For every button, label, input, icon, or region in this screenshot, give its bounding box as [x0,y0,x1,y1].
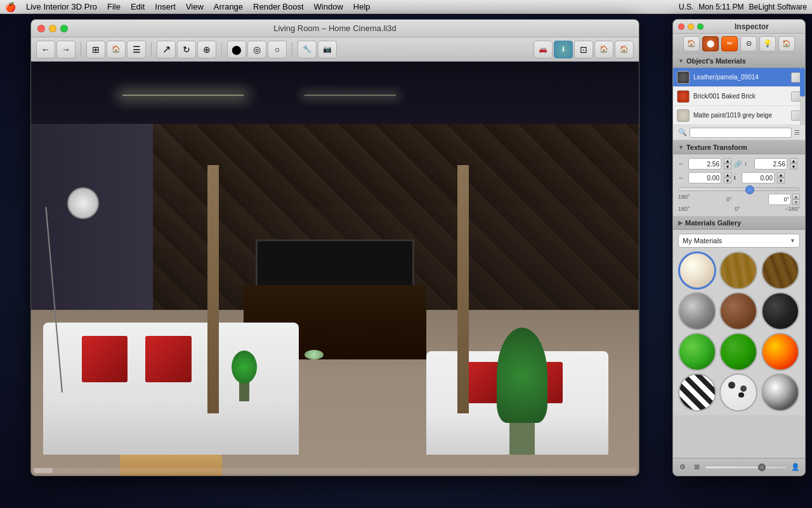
gallery-dropdown[interactable]: My Materials ▼ [678,234,800,248]
inspector-tab-settings[interactable]: ⊙ [740,36,757,51]
rotation-thumb[interactable] [745,185,754,194]
gallery-item-dark[interactable] [761,292,799,330]
gallery-item-spots[interactable] [719,373,757,411]
apple-menu[interactable]: 🍎 [5,2,16,12]
render-buttons: ⬤ ◎ ○ [227,41,287,58]
gallery-item-green-bright[interactable] [678,333,716,371]
main-toolbar: ← → ⊞ 🏠 ☰ ↗ ↻ ⊕ ⬤ ◎ ○ 🔧 📷 🚗 ℹ ⊡ [31,37,639,62]
height-down[interactable]: ▼ [790,164,797,170]
forward-button[interactable]: → [56,41,75,58]
close-button[interactable] [37,25,45,32]
menu-render[interactable]: Render Boost [253,2,304,11]
scene-canvas[interactable] [31,62,639,476]
gallery-item-brown[interactable] [719,292,757,330]
pan-button[interactable]: ⊕ [197,41,216,58]
height-stepper[interactable]: ▲ ▼ [790,158,797,170]
width-up[interactable]: ▲ [724,158,731,164]
inspector-tab-home[interactable]: 🏠 [683,36,700,51]
offset-y-stepper[interactable]: ▲ ▼ [777,172,785,184]
gallery-item-cream[interactable] [678,251,716,290]
print-button[interactable]: 🏠 [107,41,126,58]
rotation-stepper[interactable]: ▲ ▼ [792,194,800,205]
viewport-3d[interactable] [31,62,639,476]
gallery-item-fire[interactable] [761,333,799,371]
person-icon[interactable]: 👤 [790,462,801,473]
menu-arrange[interactable]: Arrange [214,2,243,11]
inspector-traffic-lights [678,23,704,30]
material-item-brick[interactable]: Brick/001 Baked Brick [673,87,805,106]
inspector-minimize[interactable] [688,23,694,30]
offset-x-input[interactable]: 0.00 [688,172,721,184]
render-ring-button[interactable]: ○ [268,41,287,58]
inspector-zoom[interactable] [697,23,704,30]
inspector-tab-light[interactable]: 💡 [759,36,776,51]
view-mode1[interactable]: ⊡ [574,41,593,58]
offset-y-input[interactable]: 0.00 [742,172,775,184]
view3-button[interactable]: ☰ [127,41,146,58]
settings-icon[interactable]: ⚙ [677,462,688,473]
material-item-leather[interactable]: Leather/pamela_09014 [673,68,805,87]
zoom-thumb [758,464,766,471]
width-stepper[interactable]: ▲ ▼ [724,158,731,170]
orbit-button[interactable]: ↻ [177,41,196,58]
inspector-close[interactable] [678,23,684,30]
menu-right: U.S. Mon 5:11 PM BeLight Software [679,3,807,11]
menu-window[interactable]: Window [314,2,343,11]
offset-x-up[interactable]: ▲ [724,172,731,178]
plant-left [232,351,257,401]
view-mode3[interactable]: 🏠 [615,41,634,58]
menu-view[interactable]: View [186,2,204,11]
gallery-item-wood-dark[interactable] [761,251,799,290]
height-icon: ↕ [744,161,752,167]
menu-insert[interactable]: Insert [155,2,176,11]
cushion-1 [82,336,128,382]
viewport-scrollbar[interactable] [34,468,636,473]
width-input[interactable]: 2.56 [688,158,721,170]
rotation-value-input[interactable]: 0° [768,194,791,205]
gallery-item-wood-light[interactable] [719,251,757,290]
menu-edit[interactable]: Edit [131,2,145,11]
offset-x-stepper[interactable]: ▲ ▼ [724,172,731,184]
camera-button[interactable]: 📷 [318,41,337,58]
search-input[interactable] [690,128,792,138]
gallery-toggle-icon[interactable]: ▶ [678,220,683,226]
gallery-item-chrome[interactable] [761,373,799,411]
menu-file[interactable]: File [107,2,121,11]
width-down[interactable]: ▼ [724,164,731,170]
materials-gallery-header: ▶ Materials Gallery [673,216,805,230]
view-mode2[interactable]: 🏠 [594,41,613,58]
toggle-icon[interactable]: ▼ [678,58,684,64]
car-button[interactable]: 🚗 [534,41,553,58]
offset-x-down[interactable]: ▼ [724,178,731,184]
zoom-slider[interactable] [705,465,787,469]
back-button[interactable]: ← [36,41,55,58]
offset-y-up[interactable]: ▲ [777,172,785,178]
gallery-item-green-dark[interactable] [719,333,757,371]
menu-help[interactable]: Help [353,2,370,11]
offset-y-down[interactable]: ▼ [777,178,785,184]
render-dot-button[interactable]: ⬤ [227,41,246,58]
gallery-item-zebra[interactable] [678,373,716,411]
material-item-paint[interactable]: Matte paint/1019 grey beige [673,106,805,125]
info-button[interactable]: ℹ [554,41,573,58]
rotation-up[interactable]: ▲ [792,194,800,199]
minimize-button[interactable] [49,25,56,32]
tools-button[interactable]: 🔧 [298,41,317,58]
maximize-button[interactable] [60,25,68,32]
menu-app[interactable]: Live Interior 3D Pro [26,2,97,11]
floorplan-button[interactable]: ⊞ [86,41,105,58]
inspector-tab-texture[interactable]: ✏ [721,36,738,51]
texture-toggle-icon[interactable]: ▼ [678,144,684,150]
inspector-tab-material[interactable]: ⬤ [702,36,719,51]
inspector-tab-scene[interactable]: 🏠 [778,36,795,51]
list-icon[interactable]: ☰ [794,129,800,136]
render-circle-button[interactable]: ◎ [247,41,266,58]
height-up[interactable]: ▲ [790,158,797,164]
select-button[interactable]: ↗ [157,41,176,58]
grid-icon[interactable]: ⊞ [691,462,702,473]
height-input[interactable]: 2.56 [754,158,787,170]
materials-scrollbar[interactable] [800,68,805,125]
rotation-slider[interactable] [678,187,800,191]
gallery-item-metal[interactable] [678,292,716,330]
rotation-down[interactable]: ▼ [792,199,800,205]
